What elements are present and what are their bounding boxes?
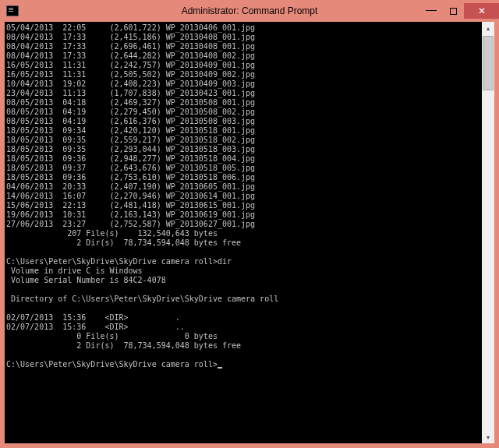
- cmd-window: Administrator: Command Prompt — ✕ 05/04/…: [0, 0, 499, 448]
- cursor: [218, 367, 222, 369]
- vertical-scrollbar[interactable]: ▴ ▾: [482, 22, 494, 443]
- minimize-button[interactable]: —: [420, 3, 442, 19]
- window-controls: — ✕: [420, 3, 499, 19]
- scroll-thumb[interactable]: [483, 36, 494, 90]
- scroll-up-icon[interactable]: ▴: [482, 22, 494, 34]
- content-area: 05/04/2013 22:05 (2,601,722) WP_20130406…: [5, 22, 494, 443]
- titlebar[interactable]: Administrator: Command Prompt — ✕: [0, 0, 499, 22]
- cmd-icon: [6, 5, 19, 16]
- maximize-button[interactable]: [442, 3, 464, 19]
- console-output[interactable]: 05/04/2013 22:05 (2,601,722) WP_20130406…: [5, 22, 482, 443]
- scroll-down-icon[interactable]: ▾: [482, 431, 494, 443]
- close-button[interactable]: ✕: [464, 3, 499, 19]
